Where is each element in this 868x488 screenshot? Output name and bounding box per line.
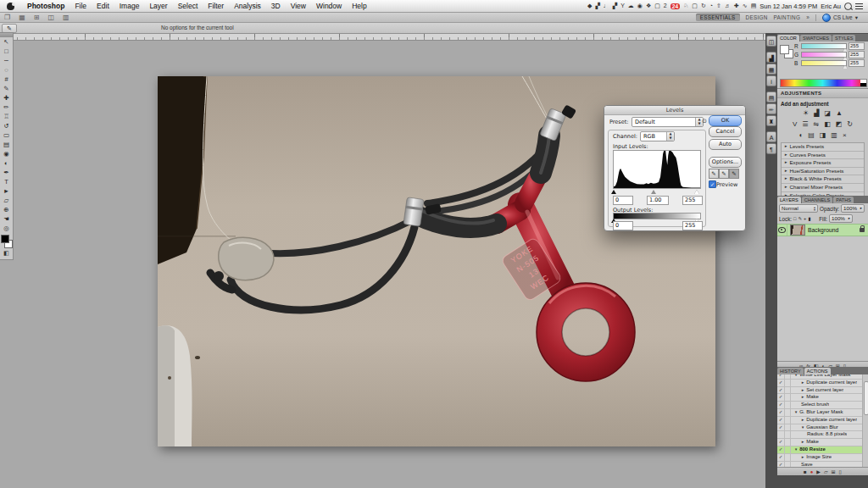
action-item[interactable]: ✓►Duplicate current layer xyxy=(777,417,868,424)
black-point-eyedropper-icon[interactable]: ✎ xyxy=(709,169,719,179)
white-point-eyedropper-icon[interactable]: ✎ xyxy=(729,169,739,179)
status-icon[interactable]: ❖ xyxy=(646,0,651,12)
info-icon[interactable]: i xyxy=(766,75,776,86)
shadow-slider[interactable] xyxy=(611,190,616,194)
volume-icon[interactable]: ♬ xyxy=(725,0,731,12)
status-icon[interactable]: ▞ xyxy=(595,0,599,12)
workspace-overflow[interactable]: » xyxy=(806,14,810,20)
status-icon[interactable]: ◆ xyxy=(587,0,592,12)
gray-point-eyedropper-icon[interactable]: ✎ xyxy=(719,169,729,179)
blue-value[interactable]: 255 xyxy=(849,59,865,67)
tab-styles[interactable]: STYLES xyxy=(832,35,855,42)
cancel-button[interactable]: Cancel xyxy=(709,126,742,137)
ok-button[interactable]: OK xyxy=(709,115,742,126)
menu-view[interactable]: View xyxy=(286,2,311,10)
pen-tool[interactable]: ✒ xyxy=(0,168,13,177)
marquee-tool[interactable]: □ xyxy=(0,47,13,56)
action-item[interactable]: ✓▼Gaussian Blur xyxy=(777,424,868,432)
3d-rotate-tool[interactable]: ⊕ xyxy=(0,205,13,214)
horizontal-ruler[interactable] xyxy=(0,34,765,41)
play-icon[interactable]: ▶ xyxy=(816,469,821,474)
action-item[interactable]: ✓►Duplicate current layer xyxy=(777,380,868,387)
exposure-presets-item[interactable]: ►Exposure Presets xyxy=(782,159,864,168)
menu-select[interactable]: Select xyxy=(173,2,203,10)
quick-selection-tool[interactable]: ◌ xyxy=(0,65,13,75)
menu-layer[interactable]: Layer xyxy=(144,2,172,10)
display-icon[interactable]: ▢ xyxy=(654,0,660,12)
auto-button[interactable]: Auto xyxy=(709,139,742,150)
hue-saturation-icon[interactable]: ☰ xyxy=(802,120,808,128)
status-icon[interactable]: ▞ xyxy=(613,0,617,12)
highlight-slider[interactable] xyxy=(694,190,699,194)
hand-tool[interactable]: ☚ xyxy=(0,214,13,224)
dialog-title[interactable]: Levels xyxy=(604,106,745,115)
workspace-essentials[interactable]: ESSENTIALS xyxy=(696,14,740,21)
adjustments-header[interactable]: ADJUSTMENTS xyxy=(777,88,868,98)
type-tool[interactable]: T xyxy=(0,177,13,186)
black-white-presets-item[interactable]: ►Black & White Presets xyxy=(782,175,864,184)
path-selection-tool[interactable]: ► xyxy=(0,186,13,196)
mail-badge[interactable]: 24 xyxy=(670,3,680,9)
layer-visibility-toggle[interactable] xyxy=(777,225,787,236)
highlight-input[interactable]: 255 xyxy=(682,196,703,205)
tab-color[interactable]: COLOR xyxy=(777,35,799,42)
quick-mask-icon[interactable]: ◧ xyxy=(0,250,13,259)
foreground-color-swatch[interactable] xyxy=(1,235,9,243)
action-item[interactable]: ✓Save xyxy=(777,462,868,467)
options-button[interactable]: Options... xyxy=(709,157,742,168)
apple-menu-icon[interactable] xyxy=(7,3,14,10)
workspace-painting[interactable]: PAINTING xyxy=(773,14,800,20)
menu-file[interactable]: File xyxy=(70,2,92,10)
tab-layers[interactable]: LAYERS xyxy=(777,197,801,203)
action-item[interactable]: ✓►Make xyxy=(777,394,868,402)
action-item[interactable]: ✓Select brush xyxy=(777,402,868,409)
spotlight-icon[interactable] xyxy=(844,3,852,10)
preview-checkbox[interactable]: ✓ xyxy=(709,180,716,188)
tab-paths[interactable]: PATHS xyxy=(833,197,854,203)
channel-mixer-presets-item[interactable]: ►Channel Mixer Presets xyxy=(782,184,864,192)
green-slider[interactable] xyxy=(801,52,847,58)
gradient-map-icon[interactable]: ▥ xyxy=(831,131,837,139)
levels-presets-item[interactable]: ►Levels Presets xyxy=(782,143,864,152)
color-spectrum-ramp[interactable] xyxy=(780,79,867,87)
record-icon[interactable]: ● xyxy=(810,469,814,474)
new-set-icon[interactable]: ▱ xyxy=(824,469,828,474)
status-icon[interactable]: ♩ xyxy=(604,0,609,12)
stop-icon[interactable]: ■ xyxy=(804,469,807,474)
gamma-input[interactable]: 1.00 xyxy=(647,196,669,205)
preset-options-icon[interactable]: ⊙ xyxy=(702,118,707,125)
zoom-level-icon[interactable]: ⊞ xyxy=(34,14,40,21)
layer-row-background[interactable]: Background xyxy=(777,224,868,236)
threshold-icon[interactable]: ◨ xyxy=(820,131,826,139)
clone-stamp-tool[interactable]: ♖ xyxy=(0,112,13,121)
screen-mode-icon[interactable]: ▥ xyxy=(63,14,70,21)
lock-pixels-icon[interactable]: ✎ xyxy=(798,216,802,221)
paragraph-icon[interactable]: ¶ xyxy=(766,143,776,154)
layer-thumbnail[interactable] xyxy=(790,225,805,236)
menubar-user[interactable]: Eric Au xyxy=(821,3,841,10)
zoom-tool[interactable]: ◎ xyxy=(0,224,13,233)
output-highlight-input[interactable]: 255 xyxy=(682,221,703,230)
layer-name[interactable]: Background xyxy=(808,227,838,233)
lock-position-icon[interactable]: + xyxy=(804,216,806,221)
action-item-selected[interactable]: ✓▼800 Resize xyxy=(777,446,868,454)
status-icon[interactable]: ✚ xyxy=(734,0,739,12)
move-tool[interactable]: ↖ xyxy=(0,37,13,47)
bridge-launch-icon[interactable]: ❐ xyxy=(4,14,10,21)
view-extras-icon[interactable]: ▦ xyxy=(19,14,25,21)
status-icon[interactable]: ◉ xyxy=(637,0,643,12)
gradient-tool[interactable]: ▤ xyxy=(0,140,13,149)
blur-tool[interactable]: ◉ xyxy=(0,149,13,158)
lasso-tool[interactable]: ∽ xyxy=(0,56,13,65)
dodge-tool[interactable]: ◐ xyxy=(0,158,13,168)
channel-dropdown[interactable]: RGB▲▼ xyxy=(640,131,675,141)
menu-help[interactable]: Help xyxy=(347,2,371,10)
action-item[interactable]: ✓►Make xyxy=(777,439,868,446)
tab-swatches[interactable]: SWATCHES xyxy=(800,35,832,42)
status-icon[interactable]: Y xyxy=(620,0,625,12)
tab-history[interactable]: HISTORY xyxy=(777,368,804,374)
notification-center-icon[interactable] xyxy=(855,3,863,9)
photo-filter-icon[interactable]: ◩ xyxy=(836,120,843,128)
selective-color-icon[interactable]: × xyxy=(843,131,847,139)
fill-value[interactable]: 100%▸ xyxy=(829,214,853,223)
